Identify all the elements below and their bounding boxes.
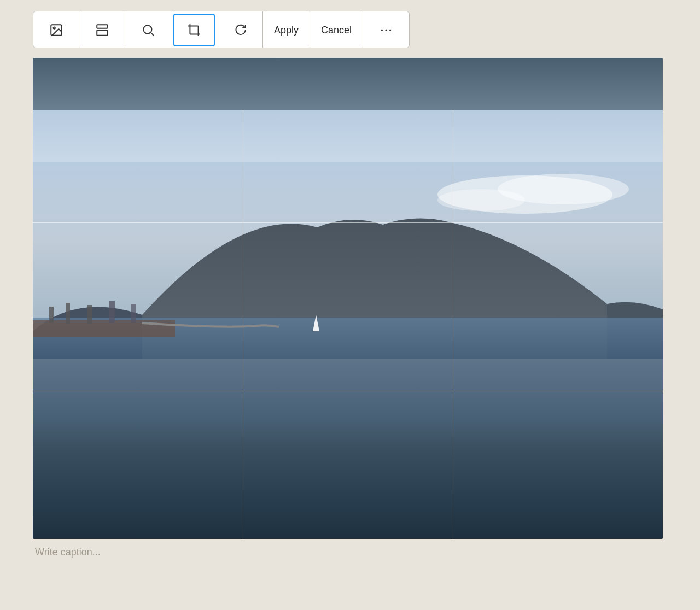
image-icon	[49, 23, 63, 37]
svg-point-13	[389, 29, 391, 31]
apply-button[interactable]: Apply	[263, 11, 310, 48]
sky-area	[33, 58, 663, 110]
rotate-button[interactable]	[217, 11, 263, 48]
svg-point-4	[143, 25, 151, 33]
crop-button[interactable]	[173, 14, 215, 46]
svg-point-16	[498, 174, 629, 204]
svg-rect-21	[66, 303, 70, 324]
search-button[interactable]	[125, 11, 171, 48]
water-area	[33, 449, 663, 539]
image-button[interactable]	[33, 11, 79, 48]
svg-rect-2	[97, 25, 108, 28]
caption-field[interactable]: Write caption...	[33, 547, 101, 558]
cancel-label: Cancel	[321, 25, 352, 36]
svg-point-1	[53, 27, 55, 29]
layout-icon	[95, 23, 109, 37]
landscape-area	[33, 110, 663, 449]
rotate-icon	[233, 23, 247, 37]
svg-marker-25	[313, 315, 319, 331]
svg-point-12	[385, 29, 387, 31]
search-icon	[141, 23, 155, 37]
svg-rect-19	[33, 320, 175, 337]
image-toolbar: Apply Cancel	[33, 11, 410, 48]
svg-point-17	[438, 189, 525, 211]
svg-rect-20	[49, 307, 54, 323]
svg-rect-24	[131, 304, 136, 323]
layout-button[interactable]	[79, 11, 125, 48]
svg-point-15	[438, 175, 612, 214]
svg-rect-23	[109, 301, 115, 323]
mountain-svg	[33, 162, 663, 359]
apply-label: Apply	[274, 25, 299, 36]
svg-rect-18	[33, 318, 663, 359]
svg-rect-14	[33, 162, 663, 359]
cancel-button[interactable]: Cancel	[310, 11, 363, 48]
image-canvas	[33, 58, 663, 539]
image-editor[interactable]	[33, 58, 663, 539]
more-icon	[379, 23, 393, 37]
svg-rect-22	[88, 305, 92, 324]
svg-rect-6	[190, 26, 198, 34]
svg-rect-3	[97, 30, 108, 36]
svg-line-5	[150, 33, 154, 36]
crop-icon	[187, 23, 201, 37]
caption-placeholder: Write caption...	[35, 547, 101, 558]
svg-point-11	[381, 29, 383, 31]
more-button[interactable]	[363, 11, 409, 48]
